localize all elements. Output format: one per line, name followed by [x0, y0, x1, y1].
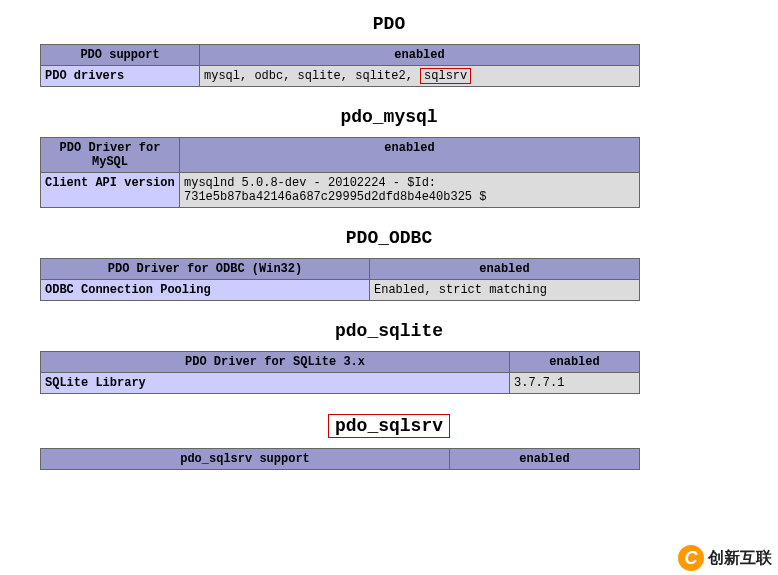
info-table: PDO supportenabledPDO driversmysql, odbc…: [40, 44, 640, 87]
info-table: PDO Driver for ODBC (Win32)enabledODBC C…: [40, 258, 640, 301]
info-table: PDO Driver for SQLite 3.xenabledSQLite L…: [40, 351, 640, 394]
table-header: enabled: [450, 449, 640, 470]
row-key: PDO drivers: [41, 66, 200, 87]
row-value: 3.7.7.1: [510, 373, 640, 394]
row-key: Client API version: [41, 173, 180, 208]
table-row: SQLite Library3.7.7.1: [41, 373, 640, 394]
section-title: pdo_sqlsrv: [328, 414, 450, 438]
row-key: ODBC Connection Pooling: [41, 280, 370, 301]
section-title: pdo_sqlite: [40, 321, 738, 341]
table-header: PDO Driver for ODBC (Win32): [41, 259, 370, 280]
section-title: PDO_ODBC: [40, 228, 738, 248]
table-header: enabled: [370, 259, 640, 280]
table-row: PDO driversmysql, odbc, sqlite, sqlite2,…: [41, 66, 640, 87]
table-header: enabled: [180, 138, 640, 173]
watermark: C 创新互联: [678, 545, 772, 571]
info-table: PDO Driver for MySQLenabledClient API ve…: [40, 137, 640, 208]
section-title: pdo_mysql: [40, 107, 738, 127]
table-header: enabled: [200, 45, 640, 66]
table-header: PDO Driver for SQLite 3.x: [41, 352, 510, 373]
table-header: enabled: [510, 352, 640, 373]
row-value: Enabled, strict matching: [370, 280, 640, 301]
info-table: pdo_sqlsrv supportenabled: [40, 448, 640, 470]
highlight: sqlsrv: [420, 68, 471, 84]
section-title: PDO: [40, 14, 738, 34]
table-header: PDO Driver for MySQL: [41, 138, 180, 173]
row-value: mysqlnd 5.0.8-dev - 20102224 - $Id: 731e…: [180, 173, 640, 208]
row-value: mysql, odbc, sqlite, sqlite2, sqlsrv: [200, 66, 640, 87]
table-row: Client API versionmysqlnd 5.0.8-dev - 20…: [41, 173, 640, 208]
table-row: ODBC Connection PoolingEnabled, strict m…: [41, 280, 640, 301]
table-header: PDO support: [41, 45, 200, 66]
row-key: SQLite Library: [41, 373, 510, 394]
table-header: pdo_sqlsrv support: [41, 449, 450, 470]
watermark-icon: C: [678, 545, 704, 571]
watermark-text: 创新互联: [708, 548, 772, 569]
